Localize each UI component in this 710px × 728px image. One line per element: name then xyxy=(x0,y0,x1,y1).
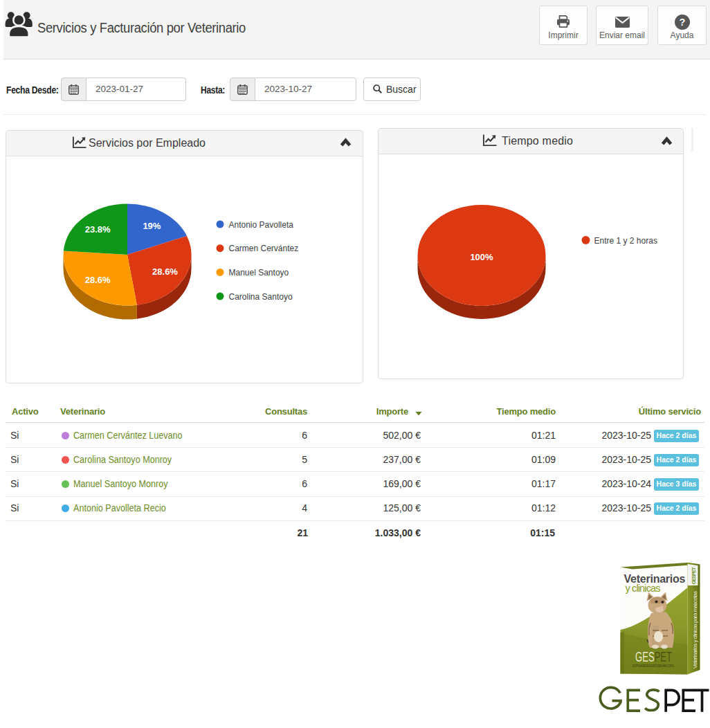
svg-text:GESPET: GESPET xyxy=(691,567,697,584)
svg-text:Veterinarios y clinicas para m: Veterinarios y clinicas para mascotas xyxy=(692,591,698,668)
svg-text:y clinicas: y clinicas xyxy=(626,583,661,594)
svg-text:SOFTWARE DE GESTIÓN DE MASCOTA: SOFTWARE DE GESTIÓN DE MASCOTAS xyxy=(632,664,674,668)
svg-text:GESPET: GESPET xyxy=(635,649,672,664)
svg-text:?: ? xyxy=(679,17,685,28)
